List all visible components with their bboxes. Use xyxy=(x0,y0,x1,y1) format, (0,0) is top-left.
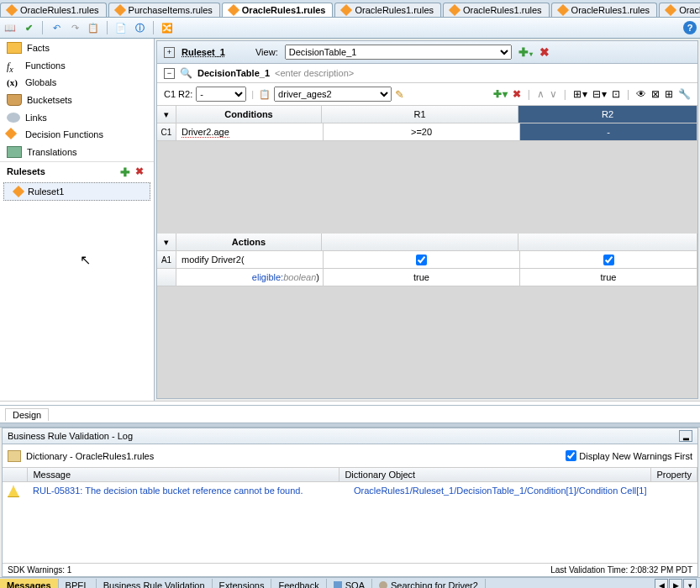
sidebar-item-functions[interactable]: fxFunctions xyxy=(0,57,154,74)
bottom-tab-bpel[interactable]: BPEL xyxy=(59,579,97,588)
undo-icon[interactable]: ↶ xyxy=(50,21,63,34)
minimize-icon[interactable]: ▂ xyxy=(679,430,692,442)
action-r1-value[interactable]: true xyxy=(324,269,520,286)
ruleset-bar: + Ruleset_1 View: DecisionTable_1 ✚▾ ✖ xyxy=(157,41,697,64)
delete-ruleset-icon[interactable]: ✖ xyxy=(135,165,147,177)
bottom-tab-soa[interactable]: SOA xyxy=(327,579,372,588)
log-row[interactable]: RUL-05831: The decision table bucket ref… xyxy=(3,482,697,502)
bottom-tab-extensions[interactable]: Extensions xyxy=(213,579,272,588)
message-column-header[interactable]: Message xyxy=(28,468,339,481)
search-icon[interactable]: 🔍 xyxy=(180,67,192,79)
sidebar-label: Decision Functions xyxy=(25,129,103,139)
action-label[interactable]: modify Driver2( xyxy=(176,251,324,268)
help-icon[interactable]: ? xyxy=(683,21,697,34)
bottom-tab-feedback[interactable]: Feedback xyxy=(271,579,326,588)
sidebar-item-decision-functions[interactable]: Decision Functions xyxy=(0,126,154,143)
separator xyxy=(107,21,108,34)
log-table: Message Dictionary Object Property RUL-0… xyxy=(3,468,697,563)
edit-icon[interactable]: ✎ xyxy=(395,88,404,101)
r2-header-selected[interactable]: R2 xyxy=(518,106,697,123)
decision-table-grid: ▾ Conditions R1 R2 C1 Driver2.age >=20 -… xyxy=(157,106,697,398)
param-type: boolean xyxy=(283,272,316,282)
corner-cell[interactable]: ▾ xyxy=(157,106,176,123)
actions-header: Actions xyxy=(176,234,322,250)
info-icon[interactable]: ⓘ xyxy=(133,21,146,34)
sidebar-item-facts[interactable]: Facts xyxy=(0,39,154,57)
editor-tab[interactable]: OracleRules1.rules xyxy=(0,3,107,17)
icon-column-header[interactable] xyxy=(3,468,28,481)
sidebar-item-links[interactable]: Links xyxy=(0,109,154,126)
validate-icon[interactable]: ✔ xyxy=(22,21,35,34)
sidebar-item-bucketsets[interactable]: Bucketsets xyxy=(0,91,154,109)
editor-tab[interactable]: OracleRules1.rules xyxy=(551,3,658,17)
move-up-icon[interactable]: ∧ xyxy=(537,88,545,100)
warning-icon xyxy=(8,486,19,497)
tab-next-icon[interactable]: ▶ xyxy=(669,579,682,588)
expand-icon[interactable]: + xyxy=(164,47,175,58)
verify-icon[interactable]: 📄 xyxy=(114,21,128,34)
description-placeholder[interactable]: <enter description> xyxy=(275,68,354,78)
action-param-label[interactable]: eligible:boolean) xyxy=(176,269,324,286)
editor-tab[interactable]: OracleRules1.rules xyxy=(334,3,441,17)
gap-analysis-icon[interactable]: ⊞▾ xyxy=(573,88,587,100)
filter-value-select[interactable]: - xyxy=(196,87,246,102)
sidebar-item-globals[interactable]: (x)Globals xyxy=(0,74,154,91)
editor-tab[interactable]: OracleRules1.rules xyxy=(443,3,550,17)
find-icon[interactable]: 👁 xyxy=(636,88,646,100)
editor-tab[interactable]: PurchaseItems.rules xyxy=(108,3,220,17)
add-view-icon[interactable]: ✚▾ xyxy=(518,45,533,59)
options-icon[interactable]: 🔧 xyxy=(678,88,691,100)
conflict-icon[interactable]: ⊠ xyxy=(651,88,660,100)
add-ruleset-icon[interactable]: ✚ xyxy=(120,165,132,177)
move-down-icon[interactable]: ∨ xyxy=(550,88,557,100)
action-r2-value[interactable]: true xyxy=(520,269,697,286)
design-tab[interactable]: Design xyxy=(5,408,49,421)
property-column-header[interactable]: Property xyxy=(651,468,697,481)
condition-label-cell[interactable]: Driver2.age xyxy=(176,123,324,140)
tab-label: OracleRules1.rules xyxy=(463,5,542,15)
ruleset-item[interactable]: Ruleset1 xyxy=(3,182,150,201)
save-icon[interactable]: 📋 xyxy=(87,21,100,34)
bottom-tab-messages[interactable]: Messages xyxy=(0,579,59,588)
bottom-tabs: Messages BPEL Business Rule Validation E… xyxy=(0,577,700,588)
tab-list-icon[interactable]: ▾ xyxy=(683,579,697,588)
editor-tab[interactable]: OracleRules1.rule xyxy=(659,3,700,17)
tab-label: OracleRules1.rules xyxy=(355,5,434,15)
sidebar-label: Translations xyxy=(27,147,77,157)
compact-icon[interactable]: ⊞ xyxy=(665,88,673,100)
refresh-icon[interactable]: 🔀 xyxy=(161,21,174,34)
tab-prev-icon[interactable]: ◀ xyxy=(655,579,668,588)
sidebar-item-translations[interactable]: Translations xyxy=(0,143,154,161)
dictionary-icon[interactable]: 📖 xyxy=(3,21,17,34)
split-icon[interactable]: ⊟▾ xyxy=(592,88,607,100)
r1-header[interactable]: R1 xyxy=(322,106,518,123)
rules-icon xyxy=(340,4,352,16)
bottom-tab-search[interactable]: Searching for Driver2 xyxy=(372,579,486,588)
condition-r2-cell-selected[interactable]: - xyxy=(520,123,697,140)
delete-view-icon[interactable]: ✖ xyxy=(539,45,550,59)
object-column-header[interactable]: Dictionary Object xyxy=(339,468,651,481)
bottom-tab-validation[interactable]: Business Rule Validation xyxy=(97,579,213,588)
bottom-tab-nav: ◀ ▶ ▾ xyxy=(654,579,700,588)
rules-icon xyxy=(557,4,569,16)
merge-icon[interactable]: ⊡ xyxy=(612,88,620,100)
ruleset-label: Ruleset1 xyxy=(28,186,64,197)
decision-functions-icon xyxy=(7,129,20,139)
action-r2-checkbox[interactable] xyxy=(520,251,697,268)
bucketsets-icon xyxy=(7,94,22,106)
redo-icon[interactable]: ↷ xyxy=(68,21,82,34)
add-icon[interactable]: ✚▾ xyxy=(493,88,508,100)
ruleset-name[interactable]: Ruleset_1 xyxy=(182,47,225,57)
display-new-warnings-checkbox[interactable]: Display New Warnings First xyxy=(562,448,692,464)
tab-label: Feedback xyxy=(278,580,318,588)
decision-table-bar: − 🔍 DecisionTable_1 <enter description> xyxy=(157,64,697,83)
decision-table-name[interactable]: DecisionTable_1 xyxy=(197,68,270,78)
view-select[interactable]: DecisionTable_1 xyxy=(285,45,512,60)
corner-cell[interactable]: ▾ xyxy=(157,234,176,250)
collapse-icon[interactable]: − xyxy=(164,68,175,79)
delete-icon[interactable]: ✖ xyxy=(513,88,521,100)
editor-tab-active[interactable]: OracleRules1.rules xyxy=(222,3,334,17)
bucketset-select[interactable]: driver_ages2 xyxy=(274,87,392,102)
action-r1-checkbox[interactable] xyxy=(324,251,520,268)
condition-r1-cell[interactable]: >=20 xyxy=(324,123,520,140)
